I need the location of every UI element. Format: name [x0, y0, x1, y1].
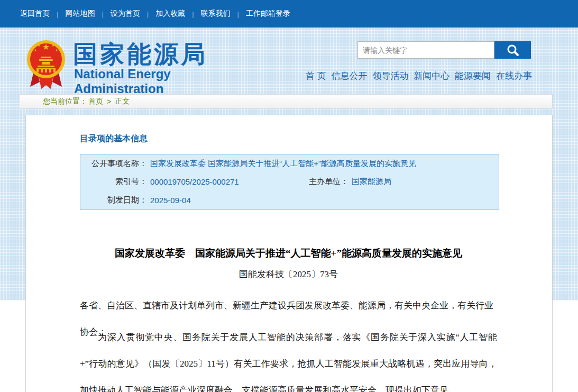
catalog-info-heading: 目录项的基本信息 [80, 133, 148, 144]
breadcrumb-current: 正文 [115, 97, 130, 106]
topbar-link-return-home[interactable]: 返回首页 [20, 9, 50, 19]
document-paragraph-body: 为深入贯彻党中央、国务院关于发展人工智能的决策部署，落实《国务院关于深入实施“人… [80, 324, 497, 392]
page: { "topbar": { "separator": "|", "links":… [0, 0, 578, 392]
divider: | [147, 10, 149, 18]
nav-leadership[interactable]: 领导活动 [372, 70, 408, 82]
nav-energy-news[interactable]: 能源要闻 [455, 70, 491, 82]
nav-home[interactable]: 首 页 [306, 70, 326, 82]
site-logo-link[interactable]: 国家能源局 National Energy Administration [26, 39, 259, 89]
divider: | [237, 10, 239, 18]
search-bar [357, 41, 531, 59]
nav-news-center[interactable]: 新闻中心 [414, 70, 449, 82]
nav-info-disclosure[interactable]: 信息公开 [332, 70, 368, 82]
info-date-label: 制发日期： [80, 195, 147, 205]
info-date-value: 2025-09-04 [150, 196, 191, 205]
site-title: 国家能源局 [73, 38, 208, 71]
site-subtitle: National Energy Administration [74, 67, 259, 96]
info-org-value-link[interactable]: 国家能源局 [352, 177, 391, 187]
nav-online-services[interactable]: 在线办事 [496, 70, 532, 82]
info-row-date: 制发日期： 2025-09-04 [80, 191, 499, 209]
national-emblem-icon [26, 39, 66, 90]
catalog-info-table: 公开事项名称： 国家发展改革委 国家能源局关于推进“人工智能+”能源高质量发展的… [80, 154, 499, 210]
info-org-label: 主办单位： [302, 177, 348, 187]
info-index-value: 000019705/2025-000271 [150, 177, 302, 186]
topbar-link-mail-login[interactable]: 工作邮箱登录 [246, 9, 290, 19]
info-index-label: 索引号： [80, 177, 147, 187]
topbar-link-contact-us[interactable]: 联系我们 [201, 9, 231, 19]
content-panel: 目录项的基本信息 公开事项名称： 国家发展改革委 国家能源局关于推进“人工智能+… [25, 115, 553, 392]
search-input[interactable] [357, 41, 494, 59]
document-number: 国能发科技〔2025〕73号 [80, 268, 497, 280]
divider: | [102, 10, 103, 18]
info-row-index: 索引号： 000019705/2025-000271 主办单位： 国家能源局 [80, 173, 499, 192]
document-title: 国家发展改革委 国家能源局关于推进“人工智能+”能源高质量发展的实施意见 [80, 247, 497, 260]
divider: | [192, 10, 194, 18]
search-icon [506, 43, 520, 57]
search-button[interactable] [494, 41, 531, 59]
divider: | [57, 10, 58, 18]
breadcrumb: 您当前位置： 首页 > 正文 [20, 94, 553, 108]
topbar-link-sitemap[interactable]: 网站地图 [65, 9, 95, 19]
breadcrumb-home-link[interactable]: 首页 [88, 97, 103, 106]
topbar: 返回首页 | 网站地图 | 设为首页 | 加入收藏 | 联系我们 | 工作邮箱登… [0, 0, 578, 28]
topbar-link-set-homepage[interactable]: 设为首页 [111, 9, 140, 19]
breadcrumb-separator: > [107, 97, 111, 106]
main-nav: 首 页 信息公开 领导活动 新闻中心 能源要闻 在线办事 [306, 70, 532, 82]
info-name-label: 公开事项名称： [80, 159, 147, 169]
topbar-link-add-favorite[interactable]: 加入收藏 [155, 9, 185, 19]
info-row-name: 公开事项名称： 国家发展改革委 国家能源局关于推进“人工智能+”能源高质量发展的… [80, 154, 499, 173]
info-name-value-link[interactable]: 国家发展改革委 国家能源局关于推进“人工智能+”能源高质量发展的实施意见 [150, 159, 416, 169]
breadcrumb-prefix: 您当前位置： [43, 97, 87, 106]
